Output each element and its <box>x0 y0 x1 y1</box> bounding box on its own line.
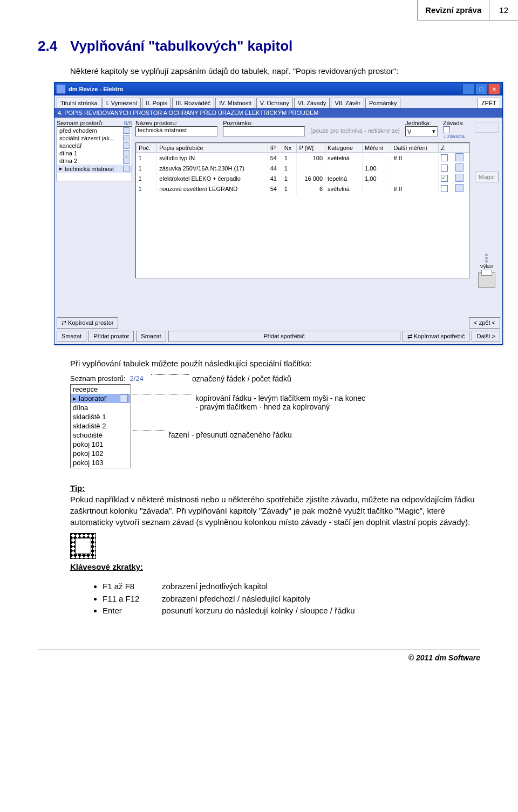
col-poc: Poč. <box>137 144 157 153</box>
add-room-button[interactable]: Přidat prostor <box>88 331 134 342</box>
vykaz-button[interactable]: Výkaz <box>480 254 494 269</box>
list-item: před vchodem <box>57 127 132 134</box>
tab-title-page[interactable]: Titulní stránka <box>57 98 101 108</box>
poznamka-hint: (pouze pro technika - netiskne se) <box>310 127 400 134</box>
col-kat: Kategorie <box>325 144 363 153</box>
copy-row-icon[interactable] <box>123 142 130 149</box>
list-item: schodiště <box>71 431 130 440</box>
table-row[interactable]: 1svítidlo typ IN541100světelnátř.II <box>137 153 469 163</box>
tip-text: Pokud například v některé místnosti nebo… <box>70 495 475 527</box>
maximize-icon[interactable]: □ <box>475 84 487 94</box>
list-item: ▸technická místnost <box>57 165 132 173</box>
list-item: dílna 2 <box>57 157 132 165</box>
close-icon[interactable]: × <box>488 84 500 94</box>
tab-popis[interactable]: II. Popis <box>142 98 171 108</box>
footer-copyright: © 2011 dm Software <box>38 650 480 662</box>
zavada-link[interactable]: ↓ závada <box>443 133 470 139</box>
tab-vymezeni[interactable]: I. Vymezení <box>103 98 141 108</box>
annot-a2b: - pravým tlačítkem - hned za kopírovaný <box>195 402 365 411</box>
printer-icon[interactable] <box>478 272 495 288</box>
back-button[interactable]: ZPĚT <box>478 98 500 108</box>
jednotka-select[interactable]: V▾ <box>405 126 438 137</box>
list-item: pokoj 103 <box>71 458 130 468</box>
annot-counter: 2/24 <box>130 374 144 383</box>
list-item: ▸laboratoř <box>71 394 130 403</box>
tab-ochrany[interactable]: V. Ochrany <box>256 98 293 108</box>
copy-row-icon[interactable] <box>455 184 464 192</box>
zavada-checkbox[interactable] <box>443 126 450 133</box>
delete-room-button[interactable]: Smazat <box>57 331 86 342</box>
copy-row-icon[interactable] <box>123 135 130 141</box>
col-z: Z <box>439 144 453 153</box>
rooms-listbox[interactable]: před vchodem sociální zázemí jak... kanc… <box>57 126 132 181</box>
copy-row-icon[interactable] <box>455 174 464 182</box>
table-row[interactable]: 1elektrokotel ELEKO + čerpadlo41116 000t… <box>137 173 469 183</box>
copy-row-icon[interactable] <box>120 394 128 402</box>
tip-label: Tip: <box>70 483 85 493</box>
intro-text: Některé kapitoly se vyplňují zapsáním úd… <box>70 65 480 77</box>
shortcut-key: F11 a F12 <box>103 593 162 605</box>
tab-zavady[interactable]: VI. Závady <box>294 98 330 108</box>
list-item: dílna <box>71 403 130 412</box>
shortcuts-title: Klávesové zkratky: <box>70 561 480 572</box>
list-item: dílna 1 <box>57 149 132 157</box>
copy-row-icon[interactable] <box>123 166 130 172</box>
list-item: pokoj 102 <box>71 449 130 458</box>
copy-row-icon[interactable] <box>455 153 464 161</box>
nazev-input[interactable]: technická místnost <box>135 126 217 137</box>
col-dm: Další měření <box>391 144 439 153</box>
app-icon <box>57 85 65 93</box>
copy-appliance-button[interactable]: ⇄ Kopírovat spotřebič <box>403 331 470 342</box>
list-item: skladiště 2 <box>71 421 130 431</box>
rooms-label: Seznam prostorů: <box>57 120 104 126</box>
annot-a3: řazení - přesunutí označeného řádku <box>165 431 292 439</box>
list-item: sociální zázemí jak... <box>57 134 132 142</box>
col-nx: Nx <box>282 144 297 153</box>
tab-zaver[interactable]: VII. Závěr <box>331 98 364 108</box>
jednotka-label: Jednotka: <box>405 120 438 126</box>
tab-mistnosti[interactable]: IV. Místnosti <box>215 98 255 108</box>
rooms-counter: 6/6 <box>124 120 132 126</box>
page-number: 12 <box>489 0 518 21</box>
page-header: Revizní zpráva 12 <box>417 0 518 21</box>
col-mer: Měření <box>363 144 391 153</box>
side-slot <box>475 122 499 133</box>
add-appliance-button[interactable]: Přidat spotřebič <box>168 331 400 342</box>
keyboard-icon <box>70 533 96 559</box>
list-item: kancelář <box>57 142 132 149</box>
tab-rozvadec[interactable]: III. Rozváděč <box>172 98 214 108</box>
list-item: recepce <box>71 385 130 394</box>
tabs: Titulní stránka I. Vymezení II. Popis II… <box>54 95 502 108</box>
section-heading: 2.4Vyplňování "tabulkových" kapitol <box>38 38 480 54</box>
col-ip: IP <box>268 144 282 153</box>
window-titlebar: dm Revize - Elektro _ □ × <box>54 83 502 95</box>
copy-row-icon[interactable] <box>123 150 130 156</box>
shortcut-key: F1 až F8 <box>103 581 162 593</box>
copy-room-button[interactable]: ⇄ Kopírovat prostor <box>57 317 118 329</box>
header-title: Revizní zpráva <box>417 0 489 21</box>
magic-button[interactable]: Magic <box>475 172 499 182</box>
shortcut-desc: zobrazení předchozí / následující kapito… <box>162 594 310 603</box>
delete-app-button[interactable]: Smazat <box>136 331 166 342</box>
table-row[interactable]: 1nouzové osvětlení LEGRAND5416světelnátř… <box>137 183 469 194</box>
minimize-icon[interactable]: _ <box>462 84 474 94</box>
list-item: pokoj 101 <box>71 440 130 449</box>
para2: Při vyplňování tabulek můžete použít nás… <box>70 358 480 369</box>
annot-listbox[interactable]: recepce ▸laboratoř dílna skladiště 1 skl… <box>70 384 131 468</box>
copy-row-icon[interactable] <box>123 158 130 164</box>
shortcut-desc: posunutí korzuru do následují kolnky / s… <box>162 606 355 615</box>
section-number: 2.4 <box>38 38 70 54</box>
back-nav-button[interactable]: < zpět < <box>469 317 500 329</box>
annot-a1: označený řádek / počet řádků <box>189 374 291 383</box>
tab-poznamky[interactable]: Poznámky <box>365 98 400 108</box>
poznamka-input[interactable] <box>223 126 305 137</box>
copy-row-icon[interactable] <box>455 163 464 172</box>
shortcuts-list: F1 až F8zobrazení jednotlivých kapitol F… <box>70 581 480 617</box>
next-button[interactable]: Další > <box>472 331 500 342</box>
shortcut-key: Enter <box>103 605 162 617</box>
copy-row-icon[interactable] <box>123 127 130 134</box>
section-bar: 4. POPIS REVIDOVANÝCH PROSTOR A OCHRANY … <box>54 108 502 118</box>
table-row[interactable]: 1zásuvka 250V/16A Nt-230H (17)4411,00 <box>137 163 469 173</box>
appliance-grid[interactable]: Poč. Popis spotřebiče IP Nx P [W] Katego… <box>135 142 470 278</box>
col-popis: Popis spotřebiče <box>157 144 268 153</box>
